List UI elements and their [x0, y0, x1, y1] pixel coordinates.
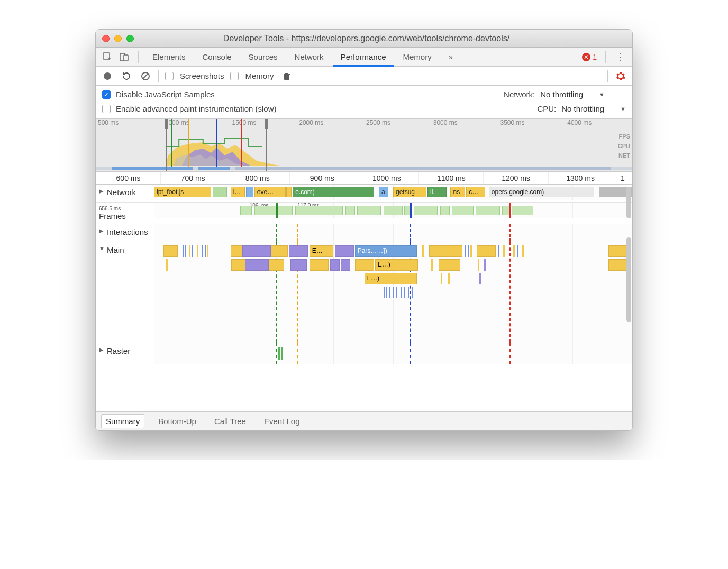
- error-indicator[interactable]: ✕ 1: [582, 53, 597, 61]
- title-bar: Developer Tools - https://developers.goo…: [96, 30, 632, 48]
- network-request[interactable]: ipt_foot.js: [154, 187, 211, 197]
- track-main: ▼ Main: [96, 242, 632, 343]
- tab-performance[interactable]: Performance: [333, 48, 394, 67]
- flame-event[interactable]: E…: [310, 245, 333, 257]
- delete-button[interactable]: [280, 70, 293, 82]
- tab-network[interactable]: Network: [287, 48, 331, 67]
- network-request[interactable]: li.: [427, 187, 447, 197]
- network-request[interactable]: a: [379, 187, 388, 197]
- network-request[interactable]: opers.google.com): [489, 187, 594, 197]
- inspect-element-icon[interactable]: [100, 50, 115, 65]
- chevron-down-icon: ▼: [599, 91, 605, 98]
- device-toolbar-icon[interactable]: [117, 50, 132, 65]
- disclosure-icon[interactable]: ▶: [99, 188, 105, 195]
- window-close-button[interactable]: [102, 35, 110, 42]
- marker-green: [171, 119, 172, 167]
- memory-label: Memory: [245, 71, 274, 80]
- detail-ruler[interactable]: 600 ms700 ms800 ms900 ms1000 ms1100 ms12…: [96, 172, 632, 185]
- error-icon: ✕: [582, 53, 590, 61]
- tab-summary[interactable]: Summary: [101, 414, 144, 428]
- track-label: Network: [107, 188, 136, 197]
- tab-memory[interactable]: Memory: [396, 48, 439, 67]
- capture-settings-icon[interactable]: [614, 70, 627, 82]
- tab-elements[interactable]: Elements: [145, 48, 193, 67]
- marker-red: [241, 119, 242, 167]
- enable-paint-checkbox[interactable]: [102, 105, 111, 113]
- network-request[interactable]: [286, 187, 292, 197]
- performance-toolbar: Screenshots Memory: [96, 67, 632, 86]
- network-throttle-value: No throttling: [540, 90, 583, 99]
- devtools-window: Developer Tools - https://developers.goo…: [95, 29, 633, 431]
- disclosure-icon[interactable]: ▶: [99, 227, 105, 234]
- track-network: ▶ Network ipt_foot.js l… eve… e.com) a g…: [96, 185, 632, 203]
- divider: [607, 70, 608, 82]
- cpu-throttle-select[interactable]: No throttling ▼: [561, 104, 626, 113]
- network-request[interactable]: eve…: [254, 187, 286, 197]
- window-title: Developer Tools - https://developers.goo…: [139, 34, 626, 43]
- track-label: Raster: [107, 346, 130, 355]
- flame-event[interactable]: F…): [365, 273, 417, 284]
- window-minimize-button[interactable]: [114, 35, 122, 42]
- details-tabstrip: Summary Bottom-Up Call Tree Event Log: [96, 411, 632, 430]
- svg-rect-2: [124, 55, 128, 61]
- frame-start-time: 656.5 ms: [99, 206, 121, 212]
- flame-event[interactable]: Pars……]): [355, 245, 417, 257]
- tabs-overflow[interactable]: »: [441, 48, 460, 67]
- tab-bottom-up[interactable]: Bottom-Up: [154, 415, 201, 428]
- divider: [158, 70, 159, 82]
- network-request[interactable]: e.com): [293, 187, 374, 197]
- network-request[interactable]: ns: [450, 187, 465, 197]
- screenshots-checkbox[interactable]: [165, 72, 174, 80]
- network-label: Network:: [504, 90, 535, 99]
- cpu-throttle-value: No throttling: [561, 104, 604, 113]
- disable-js-label: Disable JavaScript Samples: [116, 90, 215, 99]
- disclosure-icon[interactable]: ▶: [99, 346, 105, 353]
- record-button[interactable]: [101, 70, 114, 82]
- tab-event-log[interactable]: Event Log: [260, 415, 304, 428]
- track-raster: ▶ Raster: [96, 343, 632, 364]
- network-request[interactable]: [246, 187, 253, 197]
- network-request[interactable]: c…: [466, 187, 485, 197]
- selection-handle-left[interactable]: [165, 119, 168, 129]
- track-frames: 656.5 ms Frames 109. ms 117.0 ms: [96, 203, 632, 224]
- marker-red: [509, 203, 511, 218]
- tab-sources[interactable]: Sources: [241, 48, 285, 67]
- divider: [605, 51, 606, 63]
- network-throttle-select[interactable]: No throttling ▼: [540, 90, 605, 99]
- timeline-overview[interactable]: 500 ms1000 ms1500 ms2000 ms2500 ms3000 m…: [96, 119, 632, 172]
- capture-settings: Disable JavaScript Samples Network: No t…: [96, 86, 632, 119]
- enable-paint-label: Enable advanced paint instrumentation (s…: [116, 104, 277, 113]
- network-request[interactable]: getsug: [393, 187, 426, 197]
- track-label: Main: [107, 245, 124, 254]
- window-maximize-button[interactable]: [126, 35, 134, 42]
- tracks-container: ▶ Network ipt_foot.js l… eve… e.com) a g…: [96, 185, 632, 411]
- divider: [138, 51, 139, 63]
- marker-orange: [188, 119, 189, 167]
- disclosure-icon[interactable]: ▼: [99, 245, 105, 252]
- tab-console[interactable]: Console: [195, 48, 239, 67]
- scrollbar[interactable]: [626, 187, 631, 218]
- memory-checkbox[interactable]: [230, 72, 239, 80]
- more-menu-icon[interactable]: ⋮: [612, 51, 628, 63]
- network-request[interactable]: [213, 187, 227, 197]
- track-interactions: ▶ Interactions: [96, 224, 632, 242]
- selection-handle-right[interactable]: [265, 119, 268, 129]
- disable-js-checkbox[interactable]: [102, 90, 111, 99]
- marker-green: [276, 203, 278, 218]
- cpu-label: CPU:: [537, 104, 556, 113]
- error-count: 1: [593, 53, 597, 61]
- clear-button[interactable]: [139, 70, 152, 82]
- scrollbar[interactable]: [626, 237, 631, 322]
- tab-call-tree[interactable]: Call Tree: [210, 415, 250, 428]
- track-label: Interactions: [107, 227, 148, 236]
- screenshots-label: Screenshots: [180, 71, 224, 80]
- chevron-down-icon: ▼: [620, 106, 626, 112]
- track-label: Frames: [99, 212, 126, 221]
- reload-record-button[interactable]: [120, 70, 133, 82]
- network-request[interactable]: l…: [231, 187, 245, 197]
- marker-blue: [410, 203, 412, 218]
- flame-event[interactable]: E…): [375, 259, 418, 271]
- marker-blue: [216, 119, 217, 167]
- svg-line-4: [143, 74, 148, 79]
- panel-tabstrip: Elements Console Sources Network Perform…: [96, 48, 632, 67]
